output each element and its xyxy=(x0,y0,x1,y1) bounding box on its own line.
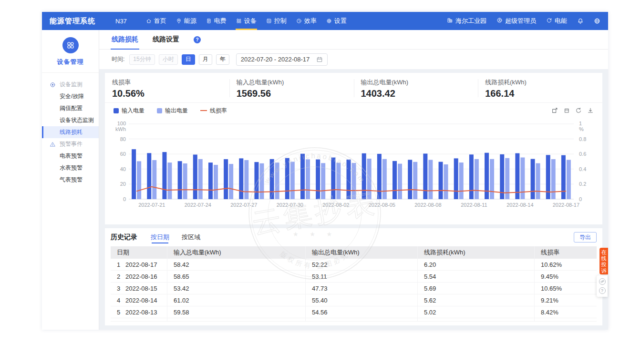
restore-icon[interactable] xyxy=(575,107,582,114)
svg-text:0.6: 0.6 xyxy=(579,151,586,157)
tab-线路损耗[interactable]: 线路损耗 xyxy=(112,30,138,50)
nav-item-3[interactable]: 电费 xyxy=(201,12,231,30)
time-filter-label: 时间: xyxy=(112,55,124,63)
floating-helper-card: ? xyxy=(597,275,608,297)
navbar-chip-1[interactable]: 海尔工业园 xyxy=(447,17,486,25)
legend-item-输出电量[interactable]: 输出电量 xyxy=(157,107,188,115)
devices-grid-icon xyxy=(236,18,242,24)
svg-text:100: 100 xyxy=(117,121,126,126)
table-row-3[interactable]: 32022-08-1553.4247.735.6910.65% xyxy=(111,283,597,294)
time-filter-row: 时间: 15分钟小时日月年 2022-07-20 - 2022-08-17 xyxy=(99,50,608,69)
sidebar-item-label: 安全/故障 xyxy=(60,93,84,100)
history-tab-按日期[interactable]: 按日期 xyxy=(151,228,169,246)
sidebar-item-水表预警[interactable]: 水表预警 xyxy=(42,162,99,174)
sidebar-item-label: 设备状态监测 xyxy=(60,117,94,123)
warning-triangle-icon xyxy=(50,141,56,147)
app-title: 能源管理系统 xyxy=(50,17,95,26)
sidebar-item-label: 水表预警 xyxy=(60,164,83,171)
legend-label: 输出电量 xyxy=(165,107,188,115)
nav-item-5[interactable]: 控制 xyxy=(261,12,291,30)
zoom-box-icon[interactable] xyxy=(551,107,558,114)
svg-text:%: % xyxy=(579,126,584,132)
cell-output: 53.11 xyxy=(305,271,417,282)
granularity-button-小时[interactable]: 小时 xyxy=(159,54,178,65)
legend-square-swatch xyxy=(114,108,119,113)
sidebar-item-电表预警[interactable]: 电表预警 xyxy=(42,150,99,162)
svg-text:20: 20 xyxy=(120,181,126,187)
history-card: 历史记录 按日期按区域 导出 日期输入总电量(kWh)输出总电量(kWh)线路损… xyxy=(105,228,602,325)
tab-线路设置[interactable]: 线路设置 xyxy=(153,30,179,50)
globe-icon[interactable] xyxy=(594,18,600,24)
svg-text:2022-08-17: 2022-08-17 xyxy=(553,202,579,208)
table-row-5[interactable]: 52022-08-1359.5854.565.028.42% xyxy=(111,306,597,318)
col-header-1: 日期 xyxy=(111,248,167,257)
legend-item-线损率[interactable]: 线损率 xyxy=(200,107,227,115)
zoom-reset-icon[interactable] xyxy=(563,107,570,114)
control-icon xyxy=(266,18,272,24)
cell-input: 61.02 xyxy=(167,294,305,306)
table-row-4[interactable]: 42022-08-1461.0255.405.629.21% xyxy=(111,294,597,306)
nav-item-1[interactable]: 首页 xyxy=(141,12,171,30)
chart-area: 020406080100kWh00.20.40.60.81%2022-07-21… xyxy=(105,118,602,214)
page-header-card: 线路损耗线路设置? 时间: 15分钟小时日月年 2022-07-20 - 202… xyxy=(99,30,608,69)
stat-label: 线路损耗(kWh) xyxy=(485,78,602,87)
stat-value: 1569.56 xyxy=(237,88,354,99)
history-title: 历史记录 xyxy=(111,233,137,242)
cell-date: 12022-08-17 xyxy=(111,261,167,268)
link-icon[interactable] xyxy=(599,278,606,285)
date-range-input[interactable]: 2022-07-20 - 2022-08-17 xyxy=(236,53,328,66)
navbar-chip-2[interactable]: 超级管理员 xyxy=(496,17,536,25)
cell-rate: 9.45% xyxy=(534,271,597,282)
table-row-2[interactable]: 22022-08-1658.6553.115.549.45% xyxy=(111,271,597,283)
granularity-button-年[interactable]: 年 xyxy=(216,54,229,65)
sidebar-group-1: 设备监测 xyxy=(42,79,99,91)
nav-item-4[interactable]: 设备 xyxy=(231,12,261,30)
navbar-chip-label: 电能 xyxy=(555,17,567,25)
nav-item-6[interactable]: 效率 xyxy=(291,12,321,30)
granularity-label: 小时 xyxy=(163,55,174,63)
building-icon xyxy=(447,17,453,25)
online-complaint-button[interactable]: 在线投诉 xyxy=(599,248,608,274)
export-button[interactable]: 导出 xyxy=(574,232,597,243)
sidebar-item-设备状态监测[interactable]: 设备状态监测 xyxy=(42,114,99,126)
svg-text:0: 0 xyxy=(579,196,582,202)
sidebar-item-label: 气表预警 xyxy=(60,176,83,183)
navbar-chip-3[interactable]: 电能 xyxy=(546,17,567,25)
device-module-icon xyxy=(62,37,79,53)
cell-empty xyxy=(534,318,597,321)
app-window: 能源管理系统 N37 首页能源电费设备控制效率设置 海尔工业园超级管理员电能 设… xyxy=(42,12,608,330)
row-number: 4 xyxy=(117,297,125,304)
cell-loss: 5.69 xyxy=(417,283,534,294)
help-icon[interactable]: ? xyxy=(194,36,201,43)
sidebar-item-线路损耗[interactable]: 线路损耗 xyxy=(42,126,99,138)
col-header-3: 输出总电量(kWh) xyxy=(305,246,417,259)
history-tab-label: 按日期 xyxy=(151,233,169,242)
bell-icon[interactable] xyxy=(577,18,584,24)
cell-output: 47.73 xyxy=(305,283,417,294)
help-circle-icon[interactable]: ? xyxy=(599,287,606,294)
nav-item-label: 设置 xyxy=(334,17,347,25)
cell-rate: 8.42% xyxy=(534,306,597,318)
navbar-chip-label: 超级管理员 xyxy=(505,17,536,25)
granularity-button-月[interactable]: 月 xyxy=(199,54,212,65)
navbar-chip-label: 海尔工业园 xyxy=(455,17,486,25)
cell-date: 52022-08-13 xyxy=(111,309,167,316)
nav-item-label: 设备 xyxy=(244,17,257,25)
granularity-button-15分钟[interactable]: 15分钟 xyxy=(129,54,155,65)
legend-item-输入电量[interactable]: 输入电量 xyxy=(114,107,145,115)
time-granularity-buttons: 15分钟小时日月年 xyxy=(129,54,229,65)
granularity-label: 年 xyxy=(220,55,226,63)
granularity-button-日[interactable]: 日 xyxy=(182,54,195,65)
history-header: 历史记录 按日期按区域 导出 xyxy=(105,228,602,246)
nav-item-2[interactable]: 能源 xyxy=(171,12,201,30)
stat-label: 线损率 xyxy=(112,78,229,87)
sidebar-item-气表预警[interactable]: 气表预警 xyxy=(42,174,99,186)
row-date: 2022-08-15 xyxy=(125,285,157,292)
sidebar-item-阈值配置[interactable]: 阈值配置 xyxy=(42,102,99,114)
history-tab-按区域[interactable]: 按区域 xyxy=(182,228,200,246)
sidebar-item-安全/故障[interactable]: 安全/故障 xyxy=(42,91,99,102)
nav-item-7[interactable]: 设置 xyxy=(321,12,351,30)
energy-pin-icon xyxy=(176,18,182,24)
table-row-1[interactable]: 12022-08-1758.4252.226.2010.62% xyxy=(111,259,597,271)
download-icon[interactable] xyxy=(587,107,594,114)
